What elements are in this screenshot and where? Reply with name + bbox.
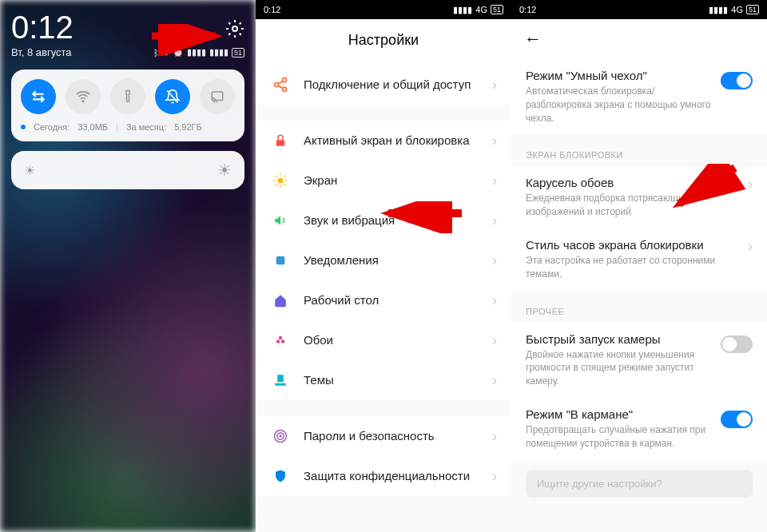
svg-point-4	[283, 78, 287, 82]
settings-item-flower[interactable]: Обои›	[256, 320, 511, 360]
dot-icon	[21, 125, 26, 129]
statusbar-time: 0:12	[519, 5, 536, 14]
usage-month-label: За месяц:	[126, 122, 166, 132]
chevron-right-icon: ›	[748, 238, 753, 255]
svg-point-14	[277, 433, 284, 439]
wallpaper-carousel-row[interactable]: Карусель обоев Ежедневная подборка потря…	[511, 166, 767, 228]
chevron-right-icon: ›	[492, 77, 497, 93]
settings-item-label: Защита конфиденциальности	[304, 468, 492, 484]
svg-point-12	[281, 339, 285, 343]
search-other-settings[interactable]: Ищите другие настройки?	[526, 470, 753, 498]
section-lockscreen: ЭКРАН БЛОКИРОВКИ	[511, 134, 767, 166]
settings-item-label: Темы	[304, 372, 492, 388]
settings-item-label: Подключение и общий доступ	[304, 77, 492, 93]
phone-lockscreen-settings: 0:12 ▮▮▮▮ 4G 51 ← Режим "Умный чехол" Ав…	[511, 0, 767, 532]
volume-icon	[272, 212, 289, 229]
settings-item-share[interactable]: Подключение и общий доступ›	[256, 65, 511, 105]
brightness-slider[interactable]: ☀ ☀	[11, 151, 244, 189]
sun-icon	[272, 172, 289, 189]
data-usage-row[interactable]: Сегодня: 33,0МБ | За месяц: 5,92ГБ	[21, 122, 235, 132]
flower-icon	[272, 332, 289, 349]
phone-settings-list: 0:12 ▮▮▮▮ 4G 51 Настройки Подключение и …	[256, 0, 511, 532]
quick-camera-switch[interactable]	[721, 335, 753, 353]
home-icon	[272, 292, 289, 309]
pocket-switch[interactable]	[721, 411, 753, 428]
settings-item-shield[interactable]: Защита конфиденциальности›	[256, 456, 511, 496]
usage-month-value: 5,92ГБ	[174, 122, 202, 132]
status-icons: ᛒ ⊘ ⏰ ▮▮▮▮ ▮▮▮▮ 51	[153, 47, 244, 58]
chevron-right-icon: ›	[492, 372, 497, 389]
carousel-sub: Ежедневная подборка потрясающих изображе…	[526, 192, 738, 219]
notif-icon	[272, 252, 289, 269]
svg-rect-7	[276, 140, 285, 146]
sun-large-icon: ☀	[217, 161, 232, 180]
svg-point-13	[275, 431, 287, 443]
lock-icon	[272, 132, 289, 149]
back-button[interactable]: ←	[511, 19, 767, 59]
settings-item-volume[interactable]: Звук и вибрация›	[256, 200, 511, 240]
smart-cover-switch[interactable]	[721, 72, 753, 89]
chevron-right-icon: ›	[748, 176, 753, 193]
svg-rect-2	[212, 92, 223, 101]
chevron-right-icon: ›	[492, 252, 497, 269]
brush-icon	[272, 371, 289, 389]
usage-today-value: 33,0МБ	[77, 122, 108, 132]
settings-item-label: Экран	[304, 173, 492, 189]
page-title: Настройки	[256, 19, 511, 65]
signal-icon: ▮▮▮▮	[453, 5, 472, 15]
svg-point-6	[283, 87, 287, 91]
settings-item-sun[interactable]: Экран›	[256, 161, 511, 200]
network-label: 4G	[475, 5, 487, 14]
clock-time: 0:12	[11, 11, 74, 43]
svg-rect-9	[276, 256, 285, 265]
clock-style-row[interactable]: Стиль часов экрана блокировки Эта настро…	[511, 228, 767, 291]
signal-icon: ▮▮▮▮	[209, 47, 229, 58]
svg-point-8	[278, 178, 284, 184]
quick-camera-row: Быстрый запуск камеры Двойное нажатие кн…	[511, 323, 767, 398]
settings-item-home[interactable]: Рабочий стол›	[256, 280, 511, 320]
chevron-right-icon: ›	[492, 428, 497, 445]
clock-style-sub: Эта настройка не работает со сторонними …	[526, 254, 738, 281]
smart-cover-row: Режим "Умный чехол" Автоматическая блоки…	[511, 59, 767, 134]
flashlight-toggle[interactable]	[110, 79, 145, 114]
bluetooth-icon: ᛒ	[153, 48, 159, 58]
network-label: 4G	[731, 5, 743, 14]
svg-point-5	[275, 83, 279, 87]
status-bar: 0:12 ▮▮▮▮ 4G 51	[511, 0, 767, 19]
smart-cover-title: Режим "Умный чехол"	[526, 69, 711, 82]
settings-item-label: Пароли и безопасность	[304, 428, 492, 444]
battery-icon: 51	[232, 48, 244, 58]
chevron-right-icon: ›	[492, 173, 497, 189]
wifi-toggle[interactable]	[66, 79, 101, 114]
quick-toggles-card: Сегодня: 33,0МБ | За месяц: 5,92ГБ	[11, 69, 244, 141]
clock-style-title: Стиль часов экрана блокировки	[526, 238, 738, 252]
settings-item-fingerprint[interactable]: Пароли и безопасность›	[256, 416, 511, 456]
svg-point-15	[280, 435, 281, 437]
settings-item-label: Рабочий стол	[304, 292, 492, 308]
status-bar: 0:12 ▮▮▮▮ 4G 51	[256, 0, 511, 19]
pocket-title: Режим "В кармане"	[526, 407, 711, 421]
svg-point-1	[82, 101, 84, 102]
quick-camera-title: Быстрый запуск камеры	[526, 332, 711, 346]
data-toggle[interactable]	[21, 79, 56, 114]
date-label: Вт, 8 августа	[11, 46, 72, 58]
section-other: ПРОЧЕЕ	[511, 291, 767, 323]
gear-icon[interactable]	[225, 19, 244, 38]
share-icon	[272, 76, 289, 93]
phone-notification-shade: 0:12 Вт, 8 августа ᛒ ⊘ ⏰ ▮▮▮▮ ▮▮▮▮ 51	[0, 0, 256, 532]
settings-item-brush[interactable]: Темы›	[256, 360, 511, 400]
settings-item-notif[interactable]: Уведомления›	[256, 240, 511, 280]
signal-icon: ▮▮▮▮	[187, 47, 206, 58]
battery-icon: 51	[491, 5, 503, 14]
cast-toggle[interactable]	[200, 79, 235, 114]
settings-item-label: Активный экран и блокировка	[304, 133, 492, 149]
chevron-right-icon: ›	[492, 212, 497, 229]
chevron-right-icon: ›	[492, 468, 497, 485]
quick-camera-sub: Двойное нажатие кнопки уменьшения громко…	[526, 348, 711, 388]
settings-item-label: Звук и вибрация	[304, 212, 492, 228]
usage-today-label: Сегодня:	[34, 122, 70, 132]
chevron-right-icon: ›	[492, 332, 497, 349]
sun-small-icon: ☀	[24, 163, 35, 178]
dnd-toggle[interactable]	[155, 79, 190, 114]
settings-item-lock[interactable]: Активный экран и блокировка›	[256, 121, 511, 161]
